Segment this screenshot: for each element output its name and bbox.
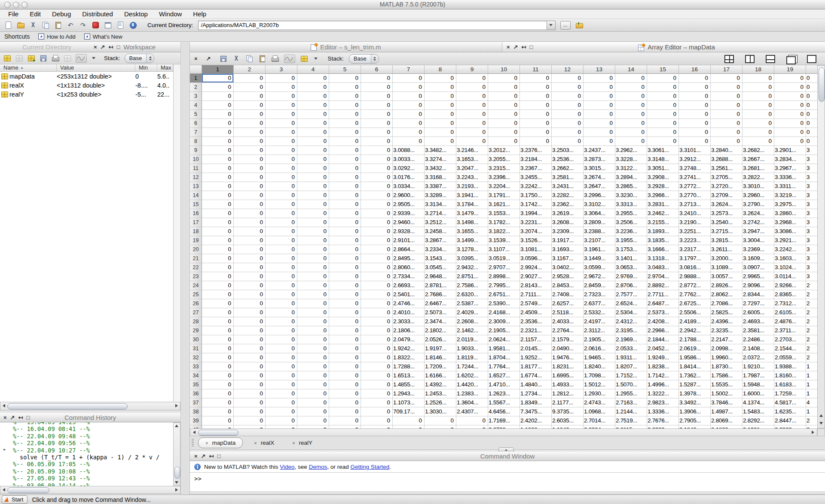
- grid-cell[interactable]: 0: [806, 137, 817, 146]
- grid-cell[interactable]: 0: [520, 101, 552, 110]
- undock-icon[interactable]: ↗: [10, 414, 15, 421]
- grid-cell[interactable]: 2.4876...: [774, 317, 806, 326]
- row-header[interactable]: 36: [190, 389, 202, 398]
- grid-cell[interactable]: 3: [806, 182, 817, 191]
- grid-cell[interactable]: 3.2410...: [679, 209, 711, 218]
- grid-cell[interactable]: 2.5390...: [488, 299, 520, 308]
- grid-cell[interactable]: 0: [329, 155, 361, 164]
- grid-cell[interactable]: 0: [266, 425, 297, 428]
- grid-cell[interactable]: 1.7362...: [679, 371, 711, 380]
- grid-cell[interactable]: 2.7586...: [456, 281, 488, 290]
- grid-cell[interactable]: 0: [202, 299, 234, 308]
- grid-cell[interactable]: 0: [234, 155, 266, 164]
- save-icon[interactable]: [40, 55, 47, 62]
- grid-cell[interactable]: 0: [297, 191, 329, 200]
- grid-cell[interactable]: 2.6105...: [774, 308, 806, 317]
- workspace-column-header[interactable]: Min: [135, 64, 157, 71]
- grid-cell[interactable]: 2.5073...: [425, 308, 456, 317]
- grid-cell[interactable]: 0: [266, 92, 297, 101]
- undock-icon[interactable]: ↗: [206, 54, 211, 64]
- grid-cell[interactable]: 0: [425, 128, 456, 137]
- grid-cell[interactable]: 1.7586...: [711, 371, 742, 380]
- grid-cell[interactable]: 0: [234, 344, 266, 353]
- menu-item-debug[interactable]: Debug: [46, 9, 76, 19]
- grid-cell[interactable]: 1.2453...: [425, 389, 456, 398]
- grid-cell[interactable]: 3: [806, 218, 817, 227]
- grid-cell[interactable]: 0: [234, 290, 266, 299]
- grid-cell[interactable]: 0: [297, 308, 329, 317]
- grid-cell[interactable]: 0: [329, 389, 361, 398]
- grid-cell[interactable]: 3.7846...: [711, 398, 742, 407]
- grid-cell[interactable]: 3.1750...: [520, 191, 552, 200]
- grid-cell[interactable]: 2.9460...: [393, 218, 425, 227]
- grid-cell[interactable]: 0: [297, 416, 329, 425]
- grid-cell[interactable]: 0: [329, 416, 361, 425]
- grid-cell[interactable]: 3.1081...: [520, 245, 552, 254]
- grid-cell[interactable]: 1.7244...: [456, 362, 488, 371]
- grid-cell[interactable]: 3.2506...: [615, 218, 647, 227]
- row-header[interactable]: 7: [190, 128, 202, 137]
- grid-cell[interactable]: 0: [202, 263, 234, 272]
- grid-cell[interactable]: 3.2715...: [711, 227, 742, 236]
- grid-cell[interactable]: 3.1318...: [647, 254, 679, 263]
- grid-cell[interactable]: 2.2703...: [774, 335, 806, 344]
- stepper-arrows-icon[interactable]: [146, 54, 154, 63]
- grid-cell[interactable]: 3.2720...: [711, 182, 742, 191]
- grid-cell[interactable]: 3.2834...: [774, 155, 806, 164]
- grid-cell[interactable]: 0: [742, 119, 774, 128]
- grid-cell[interactable]: 0: [488, 137, 520, 146]
- grid-cell[interactable]: 0: [361, 308, 393, 317]
- grid-cell[interactable]: 0: [361, 119, 393, 128]
- grid-cell[interactable]: 0: [393, 110, 425, 119]
- grid-cell[interactable]: 3.1479...: [456, 209, 488, 218]
- row-header[interactable]: 1: [190, 74, 202, 83]
- grid-cell[interactable]: 2.7111...: [520, 290, 552, 299]
- grid-cell[interactable]: 1.9476...: [552, 353, 584, 362]
- grid-cell[interactable]: 3.2231...: [520, 218, 552, 227]
- grid-cell[interactable]: 0: [266, 74, 297, 83]
- grid-cell[interactable]: 0: [329, 164, 361, 173]
- grid-cell[interactable]: 0: [711, 110, 742, 119]
- grid-cell[interactable]: 0: [297, 110, 329, 119]
- tab-realX[interactable]: ×realX: [247, 438, 281, 448]
- column-header[interactable]: 13: [584, 65, 615, 73]
- grid-cell[interactable]: 0: [393, 119, 425, 128]
- save-icon[interactable]: [220, 55, 227, 62]
- grid-cell[interactable]: 0: [329, 362, 361, 371]
- grid-cell[interactable]: 0: [456, 83, 488, 92]
- grid-cell[interactable]: 0: [456, 425, 488, 428]
- grid-cell[interactable]: 0: [297, 83, 329, 92]
- grid-cell[interactable]: 1.2955...: [615, 389, 647, 398]
- grid-cell[interactable]: 0: [266, 146, 297, 155]
- column-header[interactable]: 18: [742, 65, 774, 73]
- grid-cell[interactable]: 3.2742...: [742, 218, 774, 227]
- row-header[interactable]: 33: [190, 362, 202, 371]
- grid-cell[interactable]: 1.9033...: [456, 344, 488, 353]
- grid-cell[interactable]: 0: [297, 335, 329, 344]
- grid-cell[interactable]: 3.2682...: [742, 146, 774, 155]
- browse-button[interactable]: ...: [560, 21, 571, 30]
- grid-cell[interactable]: 0: [202, 380, 234, 389]
- grid-cell[interactable]: 0: [615, 119, 647, 128]
- grid-cell[interactable]: 2.9769...: [615, 272, 647, 281]
- grid-cell[interactable]: 3.3004...: [742, 236, 774, 245]
- grid-cell[interactable]: 0: [425, 74, 456, 83]
- grid-cell[interactable]: 0: [297, 290, 329, 299]
- grid-cell[interactable]: 0: [266, 380, 297, 389]
- grid-cell[interactable]: 0: [202, 272, 234, 281]
- grid-cell[interactable]: 3.1931...: [742, 425, 774, 428]
- grid-cell[interactable]: 3.2822...: [742, 173, 774, 182]
- grid-cell[interactable]: 2.7905...: [679, 416, 711, 425]
- grid-cell[interactable]: 1.9311...: [615, 353, 647, 362]
- grid-cell[interactable]: 2.5304...: [615, 308, 647, 317]
- grid-cell[interactable]: 0: [456, 128, 488, 137]
- grid-cell[interactable]: 0: [647, 83, 679, 92]
- grid-cell[interactable]: 2.8069...: [711, 416, 742, 425]
- grid-cell[interactable]: 2.0145...: [520, 344, 552, 353]
- grid-cell[interactable]: 2.6524...: [615, 299, 647, 308]
- grid-cell[interactable]: 0: [361, 182, 393, 191]
- grid-cell[interactable]: 0: [488, 110, 520, 119]
- grid-cell[interactable]: 3.2688...: [711, 155, 742, 164]
- grid-cell[interactable]: 0: [361, 362, 393, 371]
- open-folder-icon[interactable]: [17, 21, 24, 29]
